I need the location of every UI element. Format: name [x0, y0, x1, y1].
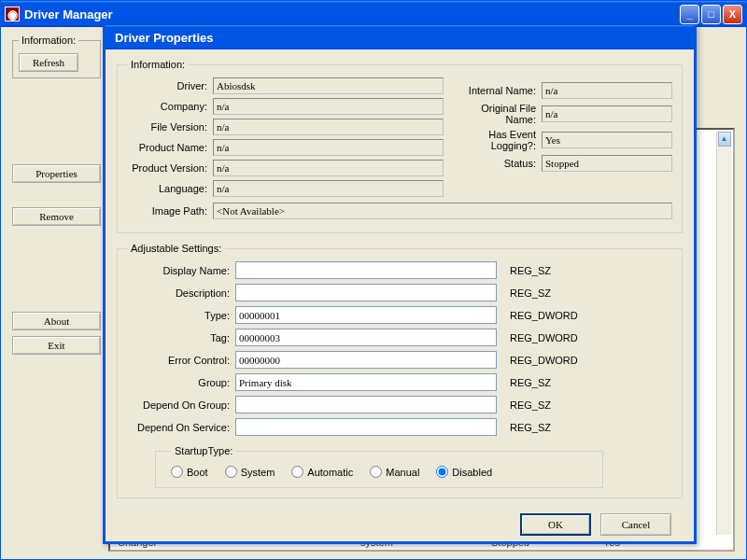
minimize-button[interactable]: _: [680, 5, 699, 24]
ok-button[interactable]: OK: [520, 513, 591, 536]
group-input[interactable]: [235, 373, 497, 391]
refresh-button[interactable]: Refresh: [19, 53, 78, 72]
startup-type-fieldset: StartupType: Boot System Automatic Manua…: [155, 445, 603, 488]
maximize-button[interactable]: □: [701, 5, 721, 24]
startup-boot-radio[interactable]: Boot: [171, 466, 208, 478]
close-button[interactable]: X: [723, 5, 742, 24]
driver-properties-dialog: Driver Properties Information: Driver: C…: [103, 25, 697, 544]
about-button[interactable]: About: [12, 312, 101, 330]
language-field: [213, 180, 444, 197]
error-control-input[interactable]: [235, 351, 497, 369]
startup-manual-radio[interactable]: Manual: [370, 466, 419, 478]
properties-button[interactable]: Properties: [12, 164, 101, 183]
display-name-input[interactable]: [235, 261, 497, 279]
original-file-field: [542, 105, 672, 122]
information-legend: Information:: [127, 59, 189, 70]
internal-name-field: [542, 82, 672, 99]
adjustable-legend: Adjustable Settings:: [127, 243, 225, 254]
startup-disabled-radio[interactable]: Disabled: [436, 466, 492, 478]
startup-system-radio[interactable]: System: [225, 466, 275, 478]
startup-legend: StartupType:: [171, 445, 236, 456]
dialog-titlebar: Driver Properties: [106, 25, 694, 49]
exit-button[interactable]: Exit: [12, 336, 101, 355]
adjustable-settings-fieldset: Adjustable Settings: Display Name:REG_SZ…: [117, 243, 683, 498]
depend-group-input[interactable]: [235, 396, 497, 413]
main-title: Driver Manager: [24, 7, 680, 21]
product-name-field: [213, 139, 444, 156]
main-titlebar: ◉ Driver Manager _ □ X: [1, 1, 746, 27]
image-path-field: [213, 203, 672, 219]
product-version-field: [213, 160, 444, 176]
description-input[interactable]: [235, 284, 497, 301]
cancel-button[interactable]: Cancel: [600, 513, 671, 536]
information-legend: Information:: [19, 35, 78, 46]
information-fieldset: Information: Driver: Company: File Versi…: [117, 59, 683, 233]
tag-input[interactable]: [235, 329, 497, 346]
startup-automatic-radio[interactable]: Automatic: [291, 466, 353, 478]
app-icon: ◉: [5, 7, 20, 21]
company-field: [213, 98, 444, 115]
event-logging-field: [542, 132, 672, 148]
remove-button[interactable]: Remove: [12, 207, 101, 226]
status-field: [542, 155, 672, 172]
depend-service-input[interactable]: [235, 418, 497, 436]
dialog-title: Driver Properties: [109, 31, 690, 45]
scroll-up-icon[interactable]: ▲: [718, 132, 731, 147]
file-version-field: [213, 119, 444, 135]
left-panel: Information: Refresh Properties Remove A…: [12, 35, 101, 552]
information-group: Information: Refresh: [12, 35, 101, 78]
driver-field: [213, 77, 444, 94]
scrollbar-vertical[interactable]: ▲: [716, 132, 731, 548]
type-input[interactable]: [235, 306, 497, 324]
